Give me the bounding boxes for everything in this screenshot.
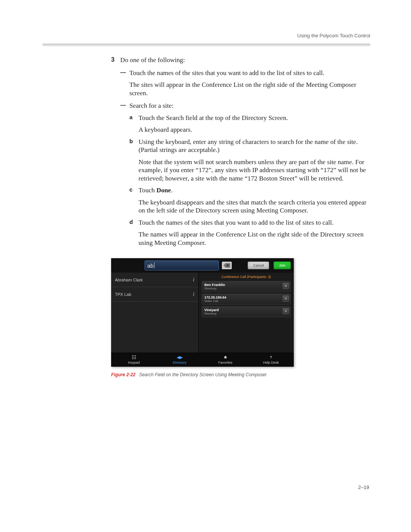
help-icon: ?	[270, 355, 272, 359]
figure-2-22: ab Cancel Join Abraham Clark i	[111, 258, 294, 377]
result-name: Abraham Clark	[115, 278, 143, 282]
alpha-d-p1: Touch the names of the sites that you wa…	[139, 219, 367, 227]
alpha-d-p2: The names will appear in the Conference …	[139, 230, 367, 247]
backspace-icon	[223, 263, 230, 268]
alpha-letter-d: d	[129, 219, 139, 247]
tab-label: Help Desk	[248, 361, 294, 364]
star-icon: ★	[223, 355, 228, 360]
tab-keypad[interactable]: Keypad	[111, 353, 157, 367]
participant-row-1[interactable]: Ben Franklin Directory X	[202, 281, 291, 292]
dash2-lead: Search for a site:	[129, 102, 367, 110]
alpha-letter-b: b	[129, 138, 139, 183]
device-screenshot: ab Cancel Join Abraham Clark i	[111, 258, 294, 367]
topbar: ab Cancel Join	[111, 258, 294, 273]
remove-participant-button[interactable]: X	[283, 296, 289, 302]
search-value: ab	[147, 262, 154, 269]
alpha-b-p1: Using the keyboard, enter any string of …	[139, 138, 367, 154]
dash1-lead: Touch the names of the sites that you wa…	[129, 69, 367, 77]
tab-label: Keypad	[111, 361, 157, 364]
alpha-a: a Touch the Search field at the top of t…	[129, 114, 367, 134]
running-header: Using the Polycom Touch Control	[43, 33, 370, 38]
directory-icon: ◀▶	[177, 355, 183, 360]
alpha-c-p2: The keyboard disappears and the sites th…	[139, 198, 367, 215]
keypad-icon	[132, 355, 136, 359]
participant-name: Vineyard	[204, 308, 288, 312]
figure-number: Figure 2-22	[111, 372, 135, 377]
participant-sub: Video Call	[204, 299, 288, 303]
figure-caption-text: Search Field on the Directory Screen Usi…	[139, 372, 266, 377]
dash-mark: —	[120, 69, 129, 97]
step-number: 3	[111, 56, 120, 247]
participant-sub: Directory	[204, 312, 288, 315]
alpha-d: d Touch the names of the sites that you …	[129, 219, 367, 247]
search-input[interactable]: ab	[145, 260, 219, 270]
participant-name: 172.25.150.64	[204, 296, 288, 299]
alpha-b-p2: Note that the system will not search num…	[139, 158, 367, 183]
remove-participant-button[interactable]: X	[283, 308, 289, 314]
step-3: 3 Do one of the following: — Touch the n…	[111, 56, 367, 247]
header-rule-1	[43, 44, 370, 45]
conference-panel: Conference Call (Participants: 3) Ben Fr…	[199, 273, 294, 353]
cancel-button[interactable]: Cancel	[248, 262, 269, 269]
tab-favorites[interactable]: ★ Favorites	[202, 353, 248, 367]
result-name: TPX Lab	[115, 292, 131, 297]
alpha-c-prefix: Touch	[139, 187, 156, 194]
header-rule-2	[43, 45, 370, 46]
alpha-letter-c: c	[129, 186, 139, 215]
dash-item-2: — Search for a site: a Touch the Search …	[120, 102, 367, 247]
dash1-para: The sites will appear in the Conference …	[129, 81, 367, 97]
bottom-tabs: Keypad ◀▶ Directory ★ Favorites ? Help D…	[111, 353, 294, 367]
tab-label: Directory	[157, 361, 202, 364]
alpha-c: c Touch Done. The keyboard disappears an…	[129, 186, 367, 215]
participant-row-3[interactable]: Vineyard Directory X	[202, 306, 291, 317]
tab-help-desk[interactable]: ? Help Desk	[248, 353, 294, 367]
dash-item-1: — Touch the names of the sites that you …	[120, 69, 367, 97]
body-content: 3 Do one of the following: — Touch the n…	[111, 56, 367, 247]
alpha-c-bold: Done	[156, 187, 171, 194]
result-row-2[interactable]: TPX Lab i	[111, 287, 198, 302]
tab-directory[interactable]: ◀▶ Directory	[157, 353, 202, 367]
alpha-c-p1: Touch Done.	[139, 186, 367, 195]
alpha-a-p1: Touch the Search field at the top of the…	[139, 114, 367, 122]
participant-sub: Directory	[204, 287, 288, 290]
join-button[interactable]: Join	[274, 262, 291, 269]
alpha-a-p2: A keyboard appears.	[139, 126, 367, 134]
remove-participant-button[interactable]: X	[283, 283, 289, 289]
text-cursor	[154, 262, 155, 268]
backspace-button[interactable]	[222, 262, 232, 269]
result-row-1[interactable]: Abraham Clark i	[111, 273, 198, 287]
alpha-letter-a: a	[129, 114, 139, 134]
dash-mark: —	[120, 102, 129, 247]
figure-caption: Figure 2-22 Search Field on the Director…	[111, 372, 294, 377]
participant-name: Ben Franklin	[204, 283, 288, 287]
alpha-b: b Using the keyboard, enter any string o…	[129, 138, 367, 183]
tab-label: Favorites	[202, 361, 248, 364]
page-number: 2–19	[358, 484, 369, 490]
step-intro: Do one of the following:	[120, 56, 367, 64]
alpha-c-suffix: .	[171, 187, 172, 194]
info-icon[interactable]: i	[193, 291, 194, 297]
info-icon[interactable]: i	[193, 276, 194, 283]
participant-row-2[interactable]: 172.25.150.64 Video Call X	[202, 294, 291, 305]
search-results-list: Abraham Clark i TPX Lab i	[111, 273, 199, 353]
conference-header: Conference Call (Participants: 3)	[202, 274, 291, 281]
